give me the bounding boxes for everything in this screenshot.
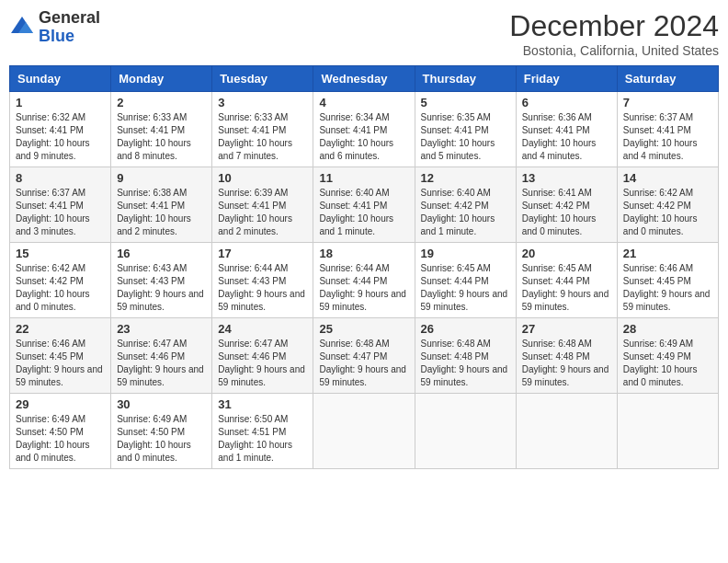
calendar-day-cell: 3 Sunrise: 6:33 AM Sunset: 4:41 PM Dayli… bbox=[212, 92, 313, 167]
day-info: Sunrise: 6:47 AM Sunset: 4:46 PM Dayligh… bbox=[117, 338, 206, 389]
sunset-label: Sunset: 4:48 PM bbox=[421, 351, 489, 362]
day-info: Sunrise: 6:41 AM Sunset: 4:42 PM Dayligh… bbox=[522, 187, 611, 238]
day-info: Sunrise: 6:48 AM Sunset: 4:48 PM Dayligh… bbox=[522, 338, 611, 389]
sunrise-label: Sunrise: 6:49 AM bbox=[16, 414, 85, 424]
calendar-week-row: 15 Sunrise: 6:42 AM Sunset: 4:42 PM Dayl… bbox=[10, 243, 719, 318]
weekday-header: Wednesday bbox=[313, 66, 415, 92]
day-number: 31 bbox=[218, 397, 307, 411]
day-number: 7 bbox=[623, 96, 712, 109]
day-info: Sunrise: 6:43 AM Sunset: 4:43 PM Dayligh… bbox=[117, 262, 206, 314]
day-info: Sunrise: 6:47 AM Sunset: 4:46 PM Dayligh… bbox=[218, 338, 307, 389]
day-info: Sunrise: 6:42 AM Sunset: 4:42 PM Dayligh… bbox=[623, 187, 712, 238]
day-info: Sunrise: 6:40 AM Sunset: 4:42 PM Dayligh… bbox=[421, 187, 510, 238]
calendar-week-row: 22 Sunrise: 6:46 AM Sunset: 4:45 PM Dayl… bbox=[10, 318, 719, 394]
daylight-label: Daylight: 9 hours and 59 minutes. bbox=[421, 289, 508, 312]
weekday-header: Tuesday bbox=[212, 66, 313, 92]
calendar-day-cell: 29 Sunrise: 6:49 AM Sunset: 4:50 PM Dayl… bbox=[10, 394, 111, 469]
calendar-header-row: SundayMondayTuesdayWednesdayThursdayFrid… bbox=[10, 66, 719, 92]
calendar-day-cell: 18 Sunrise: 6:44 AM Sunset: 4:44 PM Dayl… bbox=[313, 243, 415, 318]
calendar-day-cell: 25 Sunrise: 6:48 AM Sunset: 4:47 PM Dayl… bbox=[313, 318, 415, 394]
sunset-label: Sunset: 4:43 PM bbox=[117, 276, 185, 286]
calendar-day-cell: 14 Sunrise: 6:42 AM Sunset: 4:42 PM Dayl… bbox=[617, 167, 718, 243]
daylight-label: Daylight: 10 hours and 2 minutes. bbox=[117, 213, 191, 236]
day-number: 28 bbox=[623, 322, 712, 336]
daylight-label: Daylight: 10 hours and 4 minutes. bbox=[623, 138, 698, 161]
sunset-label: Sunset: 4:41 PM bbox=[421, 125, 489, 135]
calendar-day-cell: 24 Sunrise: 6:47 AM Sunset: 4:46 PM Dayl… bbox=[212, 318, 313, 394]
sunset-label: Sunset: 4:42 PM bbox=[421, 201, 489, 211]
daylight-label: Daylight: 10 hours and 0 minutes. bbox=[623, 213, 698, 236]
daylight-label: Daylight: 9 hours and 59 minutes. bbox=[218, 289, 305, 312]
calendar-day-cell: 21 Sunrise: 6:46 AM Sunset: 4:45 PM Dayl… bbox=[617, 243, 718, 318]
day-info: Sunrise: 6:45 AM Sunset: 4:44 PM Dayligh… bbox=[522, 262, 611, 314]
day-info: Sunrise: 6:48 AM Sunset: 4:47 PM Dayligh… bbox=[319, 338, 408, 389]
daylight-label: Daylight: 9 hours and 59 minutes. bbox=[319, 289, 406, 312]
day-info: Sunrise: 6:32 AM Sunset: 4:41 PM Dayligh… bbox=[16, 111, 105, 163]
daylight-label: Daylight: 10 hours and 3 minutes. bbox=[16, 213, 90, 236]
calendar-day-cell: 26 Sunrise: 6:48 AM Sunset: 4:48 PM Dayl… bbox=[415, 318, 516, 394]
day-number: 11 bbox=[319, 171, 408, 185]
weekday-header: Sunday bbox=[10, 66, 111, 92]
calendar-day-cell: 6 Sunrise: 6:36 AM Sunset: 4:41 PM Dayli… bbox=[516, 92, 617, 167]
daylight-label: Daylight: 10 hours and 4 minutes. bbox=[522, 138, 597, 161]
day-number: 24 bbox=[218, 322, 307, 336]
sunrise-label: Sunrise: 6:40 AM bbox=[319, 188, 389, 198]
sunrise-label: Sunrise: 6:43 AM bbox=[117, 263, 187, 273]
weekday-header: Monday bbox=[111, 66, 212, 92]
day-info: Sunrise: 6:45 AM Sunset: 4:44 PM Dayligh… bbox=[421, 262, 510, 314]
day-info: Sunrise: 6:44 AM Sunset: 4:43 PM Dayligh… bbox=[218, 262, 307, 314]
day-number: 22 bbox=[16, 322, 105, 336]
day-number: 16 bbox=[117, 247, 206, 260]
calendar-day-cell bbox=[313, 394, 415, 469]
day-info: Sunrise: 6:44 AM Sunset: 4:44 PM Dayligh… bbox=[319, 262, 408, 314]
day-number: 5 bbox=[421, 96, 510, 109]
daylight-label: Daylight: 9 hours and 59 minutes. bbox=[522, 289, 609, 312]
sunset-label: Sunset: 4:42 PM bbox=[16, 276, 84, 286]
sunrise-label: Sunrise: 6:38 AM bbox=[117, 188, 187, 198]
daylight-label: Daylight: 9 hours and 59 minutes. bbox=[421, 364, 508, 387]
sunrise-label: Sunrise: 6:40 AM bbox=[421, 188, 491, 198]
sunrise-label: Sunrise: 6:32 AM bbox=[16, 112, 85, 122]
day-info: Sunrise: 6:37 AM Sunset: 4:41 PM Dayligh… bbox=[16, 187, 105, 238]
calendar-day-cell: 22 Sunrise: 6:46 AM Sunset: 4:45 PM Dayl… bbox=[10, 318, 111, 394]
daylight-label: Daylight: 10 hours and 0 minutes. bbox=[117, 440, 191, 463]
day-info: Sunrise: 6:38 AM Sunset: 4:41 PM Dayligh… bbox=[117, 187, 206, 238]
daylight-label: Daylight: 10 hours and 0 minutes. bbox=[16, 289, 90, 312]
logo-icon bbox=[9, 15, 35, 40]
day-number: 12 bbox=[421, 171, 510, 185]
daylight-label: Daylight: 10 hours and 2 minutes. bbox=[218, 213, 292, 236]
day-info: Sunrise: 6:46 AM Sunset: 4:45 PM Dayligh… bbox=[623, 262, 712, 314]
sunrise-label: Sunrise: 6:45 AM bbox=[522, 263, 592, 273]
daylight-label: Daylight: 9 hours and 59 minutes. bbox=[319, 364, 406, 387]
sunset-label: Sunset: 4:41 PM bbox=[218, 125, 286, 135]
daylight-label: Daylight: 10 hours and 8 minutes. bbox=[117, 138, 191, 161]
day-number: 2 bbox=[117, 96, 206, 109]
day-info: Sunrise: 6:33 AM Sunset: 4:41 PM Dayligh… bbox=[218, 111, 307, 163]
day-info: Sunrise: 6:40 AM Sunset: 4:41 PM Dayligh… bbox=[319, 187, 408, 238]
calendar-day-cell: 30 Sunrise: 6:49 AM Sunset: 4:50 PM Dayl… bbox=[111, 394, 212, 469]
sunrise-label: Sunrise: 6:46 AM bbox=[16, 339, 85, 349]
day-number: 13 bbox=[522, 171, 611, 185]
day-number: 4 bbox=[319, 96, 408, 109]
sunset-label: Sunset: 4:47 PM bbox=[319, 351, 387, 362]
calendar-table: SundayMondayTuesdayWednesdayThursdayFrid… bbox=[9, 65, 719, 469]
sunrise-label: Sunrise: 6:42 AM bbox=[623, 188, 693, 198]
sunset-label: Sunset: 4:41 PM bbox=[319, 125, 387, 135]
calendar-day-cell: 12 Sunrise: 6:40 AM Sunset: 4:42 PM Dayl… bbox=[415, 167, 516, 243]
day-info: Sunrise: 6:48 AM Sunset: 4:48 PM Dayligh… bbox=[421, 338, 510, 389]
daylight-label: Daylight: 10 hours and 5 minutes. bbox=[421, 138, 495, 161]
logo-text: General Blue bbox=[39, 9, 100, 46]
sunrise-label: Sunrise: 6:33 AM bbox=[117, 112, 187, 122]
sunset-label: Sunset: 4:51 PM bbox=[218, 427, 286, 437]
day-number: 23 bbox=[117, 322, 206, 336]
logo-blue: Blue bbox=[39, 27, 74, 45]
sunrise-label: Sunrise: 6:41 AM bbox=[522, 188, 592, 198]
daylight-label: Daylight: 10 hours and 0 minutes. bbox=[623, 364, 698, 387]
calendar-week-row: 29 Sunrise: 6:49 AM Sunset: 4:50 PM Dayl… bbox=[10, 394, 719, 469]
calendar-day-cell bbox=[415, 394, 516, 469]
daylight-label: Daylight: 10 hours and 9 minutes. bbox=[16, 138, 90, 161]
day-info: Sunrise: 6:49 AM Sunset: 4:50 PM Dayligh… bbox=[16, 413, 105, 465]
calendar-day-cell: 27 Sunrise: 6:48 AM Sunset: 4:48 PM Dayl… bbox=[516, 318, 617, 394]
sunrise-label: Sunrise: 6:48 AM bbox=[421, 339, 491, 349]
logo-general: General bbox=[39, 8, 100, 27]
